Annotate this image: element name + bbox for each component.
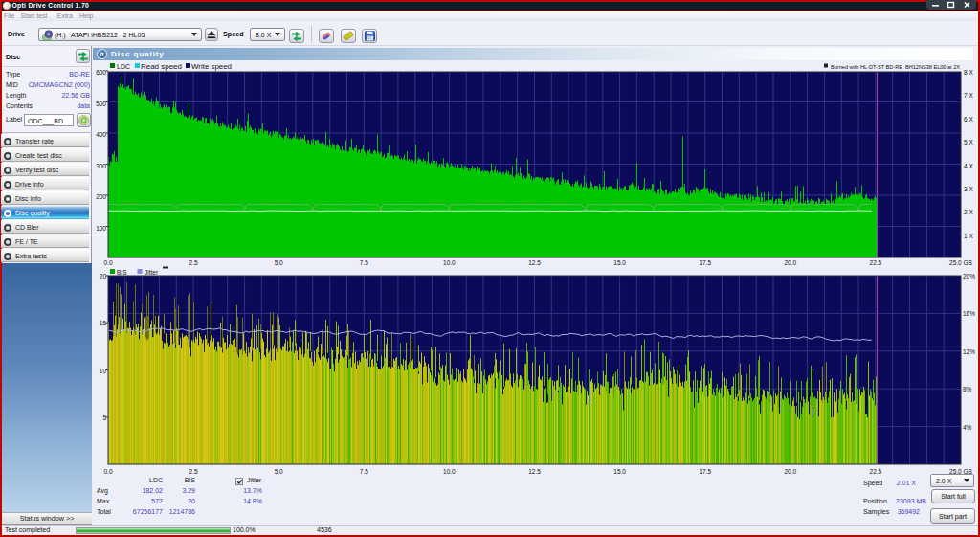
svg-text:Jitter: Jitter [145, 269, 159, 276]
svg-text:500: 500 [96, 101, 106, 107]
svg-text:100: 100 [96, 225, 106, 232]
svg-text:Read speed: Read speed [141, 63, 182, 71]
svg-text:4%: 4% [963, 424, 972, 431]
svg-text:15.0: 15.0 [613, 468, 626, 475]
svg-text:12.5: 12.5 [528, 259, 541, 266]
svg-text:22.5: 22.5 [870, 259, 882, 266]
svg-text:2 X: 2 X [964, 209, 973, 215]
svg-text:5.0: 5.0 [275, 259, 283, 266]
svg-text:1 X: 1 X [964, 233, 973, 239]
svg-text:8 X: 8 X [964, 69, 973, 76]
svg-text:Burned with HL-DT-ST BD-RE BH: Burned with HL-DT-ST BD-RE BH12NS38 EL00… [831, 63, 960, 70]
svg-text:15: 15 [100, 320, 107, 326]
svg-text:LDC: LDC [117, 63, 130, 70]
svg-text:7 X: 7 X [964, 92, 973, 99]
svg-text:20.0: 20.0 [784, 468, 796, 475]
svg-text:600: 600 [96, 69, 106, 76]
svg-text:Write speed: Write speed [191, 63, 232, 71]
svg-text:10.0: 10.0 [443, 468, 456, 475]
svg-text:5.0: 5.0 [275, 468, 283, 475]
svg-text:0.0: 0.0 [103, 468, 112, 475]
svg-text:5 X: 5 X [964, 139, 973, 145]
svg-text:200: 200 [96, 193, 106, 200]
svg-text:10: 10 [100, 368, 107, 374]
svg-text:6 X: 6 X [964, 116, 973, 123]
svg-text:4 X: 4 X [964, 163, 973, 169]
svg-text:3 X: 3 X [964, 186, 973, 192]
svg-text:17.5: 17.5 [699, 259, 711, 266]
svg-text:12%: 12% [963, 348, 975, 355]
svg-text:20: 20 [100, 273, 107, 280]
svg-text:2.5: 2.5 [189, 468, 198, 475]
svg-text:20%: 20% [963, 273, 975, 280]
svg-text:10.0: 10.0 [443, 259, 456, 266]
svg-text:400: 400 [96, 131, 106, 138]
svg-text:8%: 8% [963, 386, 972, 392]
svg-text:16%: 16% [963, 310, 975, 317]
svg-text:22.5: 22.5 [870, 468, 882, 475]
svg-text:300: 300 [96, 163, 106, 169]
svg-text:7.5: 7.5 [360, 259, 368, 266]
svg-text:0.0: 0.0 [103, 259, 112, 266]
svg-text:15.0: 15.0 [613, 259, 626, 266]
svg-text:12.5: 12.5 [528, 468, 541, 475]
svg-text:BIS: BIS [117, 269, 127, 276]
svg-text:25.0 GB: 25.0 GB [949, 259, 972, 266]
svg-text:20.0: 20.0 [784, 259, 796, 266]
svg-text:17.5: 17.5 [699, 468, 711, 475]
svg-text:2.5: 2.5 [189, 259, 198, 266]
svg-text:7.5: 7.5 [360, 468, 368, 475]
